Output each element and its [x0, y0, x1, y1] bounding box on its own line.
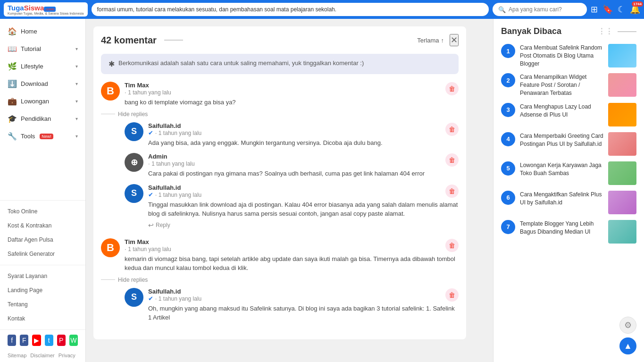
chevron-down-icon: ▾: [75, 46, 78, 51]
sidebar: 🏠 Home 📖 Tutorial ▾ 🌿 Lifestyle ▾ ⬇️ Dow…: [0, 19, 86, 362]
sidebar-link-toko[interactable]: Toko Online: [0, 204, 85, 219]
reply-2-1-text: Oh, mungkin yang abang maksud itu Safeli…: [148, 304, 459, 322]
lowongan-icon: 💼: [8, 97, 16, 106]
sort-button[interactable]: Terlama ↑: [417, 37, 444, 44]
star-icon: ✱: [109, 59, 115, 68]
popular-thumb-5: [608, 161, 636, 185]
reply-2-1-author: Saifullah.id: [148, 288, 201, 295]
search-box[interactable]: 🔍: [493, 3, 587, 16]
replies-1: S Saifullah.id ✔ · 1 tahun yang lalu 🗑: [125, 122, 459, 229]
chevron-down-icon: ▾: [75, 81, 78, 86]
privacy-link[interactable]: Privacy: [59, 353, 75, 358]
whatsapp-icon[interactable]: W: [69, 335, 78, 346]
delete-button-1[interactable]: 🗑: [445, 82, 459, 95]
comment-1-text: bang ko di template viomagz ga bisa ya?: [125, 98, 459, 107]
popular-thumb-2: [608, 73, 636, 97]
hide-replies-label-1: Hide replies: [118, 111, 148, 118]
sidebar-link-kost[interactable]: Kost & Kontrakan: [0, 219, 85, 233]
delete-button-r2-1[interactable]: 🗑: [445, 288, 459, 302]
sidebar-label-pendidikan: Pendidikan: [21, 115, 51, 122]
theme-icon[interactable]: ☾: [618, 4, 625, 15]
reply-1-3-time: 1 tahun yang lalu: [159, 192, 201, 198]
sidebar-item-lifestyle[interactable]: 🌿 Lifestyle ▾: [0, 58, 85, 75]
popular-thumb-1: [608, 44, 636, 67]
hide-replies-2[interactable]: Hide replies: [101, 277, 459, 283]
reply-1-1-time: 1 tahun yang lalu: [159, 130, 201, 136]
sidebar-link-tentang[interactable]: Tentang: [0, 297, 85, 311]
popular-item-7[interactable]: 7 Template Blogger Yang Lebih Bagus Diba…: [501, 220, 636, 244]
comment-2-body: Tim Max · 1 tahun yang lalu 🗑 kemarin di…: [125, 238, 459, 273]
avatar-2: B: [101, 238, 120, 257]
tools-icon: 🔧: [8, 132, 16, 141]
disclaimer-link[interactable]: Disclaimer: [30, 353, 54, 358]
sidebar-item-tutorial[interactable]: 📖 Tutorial ▾: [0, 40, 85, 58]
sort-label: Terlama: [417, 37, 439, 44]
sidebar-link-safelink[interactable]: Safelink Generator: [0, 247, 85, 261]
reply-label: Reply: [156, 222, 170, 228]
popular-item-2[interactable]: 2 Cara Menampilkan Widget Feature Post /…: [501, 73, 636, 97]
dots-icon: ⋮⋮: [598, 27, 613, 36]
reply-1-1-author: Saifullah.id: [148, 122, 201, 129]
pinterest-icon[interactable]: P: [57, 335, 66, 346]
popular-item-5[interactable]: 5 Lowongan Kerja Karyawan Jaga Toko Buah…: [501, 161, 636, 185]
notification-bell[interactable]: 🔔 1744: [630, 4, 640, 15]
popular-text-1: Cara Membuat Safelink Random Post Otomat…: [520, 44, 603, 67]
logo-text: TugaSiswa.com: [8, 4, 84, 12]
facebook-icon[interactable]: f: [8, 335, 16, 346]
reply-1-2-text: Cara pakai di postingan nya gimana mas? …: [148, 169, 459, 178]
avatar-1: B: [101, 82, 120, 101]
divider: [101, 114, 115, 114]
delete-button-r1-3[interactable]: 🗑: [445, 185, 459, 198]
comments-title: 42 komentar: [101, 35, 183, 46]
tutorial-icon: 📖: [8, 44, 16, 53]
scroll-top-button[interactable]: ▲: [619, 337, 636, 354]
logo-subtitle: Kumpulan Tugas, Media, & Sarana Siswa In…: [8, 12, 84, 15]
sidebar-links: Toko Online Kost & Kontrakan Daftar Agen…: [0, 200, 85, 265]
sidebar-link-landing[interactable]: Landing Page: [0, 283, 85, 297]
popular-item-6[interactable]: 6 Cara Mengaktifkan Safelink Plus UI by …: [501, 191, 636, 214]
settings-button[interactable]: ⚙: [619, 317, 636, 334]
topbar: TugaSiswa.com Kumpulan Tugas, Media, & S…: [0, 0, 644, 19]
comment-1: B Tim Max · 1 tahun yang lalu 🗑 bang ko …: [101, 82, 459, 229]
reply-1-1-body: Saifullah.id ✔ · 1 tahun yang lalu 🗑 Ada…: [148, 122, 459, 148]
delete-button-2[interactable]: 🗑: [445, 239, 459, 252]
sidebar-item-lowongan[interactable]: 💼 Lowongan ▾: [0, 93, 85, 110]
chevron-down-icon: ▾: [75, 134, 78, 139]
translate-icon[interactable]: ⊞: [591, 4, 598, 15]
bookmark-icon[interactable]: 🔖: [602, 4, 613, 15]
popular-item-1[interactable]: 1 Cara Membuat Safelink Random Post Otom…: [501, 44, 636, 67]
delete-button-r1-1[interactable]: 🗑: [445, 123, 459, 136]
sidebar-item-pendidikan[interactable]: 🎓 Pendidikan ▾: [0, 110, 85, 127]
sidebar-item-download[interactable]: ⬇️ Download ▾: [0, 75, 85, 93]
delete-button-r1-2[interactable]: 🗑: [445, 153, 459, 167]
search-input[interactable]: [509, 6, 579, 13]
facebook-group-icon[interactable]: F: [20, 335, 28, 346]
sidebar-bottom-links: Syarat Layanan Landing Page Tentang Kont…: [0, 265, 85, 329]
reply-2-1-body: Saifullah.id ✔ · 1 tahun yang lalu 🗑 Oh,…: [148, 288, 459, 322]
sitemap-link[interactable]: Sitemap: [8, 353, 26, 358]
popular-text-6: Cara Mengaktifkan Safelink Plus UI by Sa…: [520, 191, 603, 207]
verified-icon-3: ✔: [148, 295, 153, 302]
close-button[interactable]: ✕: [450, 34, 459, 46]
reply-button-1[interactable]: ↩ Reply: [148, 221, 459, 229]
sidebar-social: f F ▶ t P W: [0, 329, 85, 351]
popular-item-4[interactable]: 4 Cara Memperbaiki Greeting Card Posting…: [501, 132, 636, 156]
comment-2-author: Tim Max: [125, 238, 171, 245]
hide-replies-1[interactable]: Hide replies: [101, 111, 459, 118]
comments-panel: 42 komentar Terlama ↑ ✕ ✱ Berkomunikasi …: [93, 26, 466, 339]
sidebar-link-agen[interactable]: Daftar Agen Pulsa: [0, 233, 85, 247]
notification-count: 1744: [632, 1, 643, 7]
sidebar-label-lifestyle: Lifestyle: [21, 63, 43, 70]
sidebar-link-kontak[interactable]: Kontak: [0, 311, 85, 326]
logo[interactable]: TugaSiswa.com Kumpulan Tugas, Media, & S…: [4, 2, 88, 17]
reply-avatar-1-2: ⊕: [125, 153, 143, 172]
twitter-icon[interactable]: t: [45, 335, 53, 346]
reply-2-1: S Saifullah.id ✔ · 1 tahun yang lalu 🗑: [125, 288, 459, 322]
sidebar-item-tools[interactable]: 🔧 Tools New! ▾: [0, 127, 85, 145]
sidebar-link-syarat[interactable]: Syarat Layanan: [0, 269, 85, 283]
chevron-down-icon: ▾: [75, 64, 78, 69]
sidebar-item-home[interactable]: 🏠 Home: [0, 23, 85, 40]
popular-item-3[interactable]: 3 Cara Menghapus Lazy Load Adsense di Pl…: [501, 103, 636, 126]
popular-num-6: 6: [501, 191, 515, 205]
youtube-icon[interactable]: ▶: [32, 335, 41, 346]
